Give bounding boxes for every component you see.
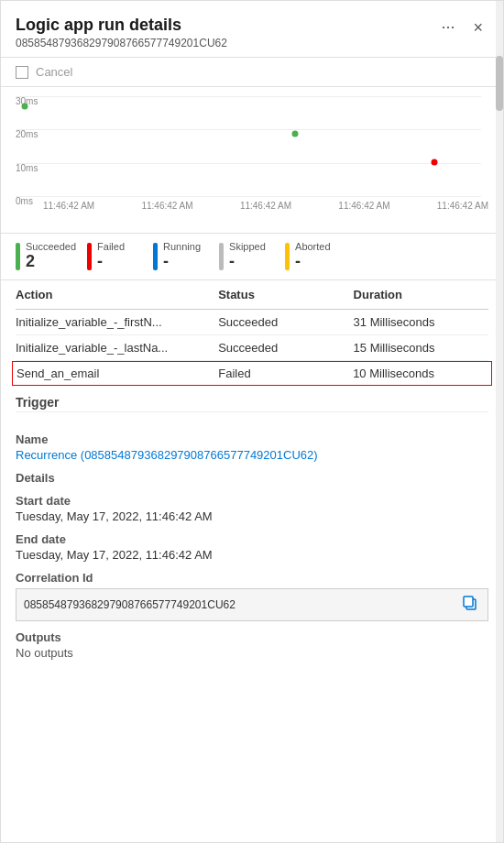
status-item-succeeded: Succeeded 2 <box>16 241 76 272</box>
status-info-succeeded: Succeeded 2 <box>26 241 76 272</box>
outputs-value: No outputs <box>16 646 488 660</box>
status-info-skipped: Skipped - <box>229 241 266 272</box>
info-section: Name Recurrence (08585487936829790876657… <box>1 412 503 660</box>
trigger-section: Trigger <box>1 389 503 412</box>
status-bar-aborted <box>285 243 290 270</box>
outputs-label: Outputs <box>16 630 488 644</box>
start-date-value: Tuesday, May 17, 2022, 11:46:42 AM <box>16 509 488 523</box>
end-date-label: End date <box>16 532 488 546</box>
status-bar-running <box>153 243 158 270</box>
status-bar-failed <box>87 243 92 270</box>
status-count-aborted: - <box>295 252 331 272</box>
status-info-running: Running - <box>163 241 201 272</box>
name-label: Name <box>16 432 488 446</box>
row2-action: Initialize_variable_-_lastNa... <box>16 341 218 355</box>
data-dot-1 <box>22 104 28 110</box>
table-row: Initialize_variable_-_lastNa... Succeede… <box>16 335 488 361</box>
scrollbar-track <box>496 1 503 842</box>
table-row: Initialize_variable_-_firstN... Succeede… <box>16 310 488 335</box>
status-count-failed: - <box>97 252 125 272</box>
status-count-running: - <box>163 252 201 272</box>
status-name-failed: Failed <box>97 241 125 252</box>
col-action: Action <box>16 288 218 301</box>
x-label-1: 11:46:42 AM <box>43 201 94 211</box>
status-bar-skipped <box>219 243 224 270</box>
status-info-failed: Failed - <box>97 241 125 272</box>
scrollbar-thumb[interactable] <box>496 56 503 111</box>
status-item-aborted: Aborted - <box>285 241 340 272</box>
table-header: Action Status Duration <box>16 280 488 310</box>
svg-rect-1 <box>464 597 473 607</box>
x-label-4: 11:46:42 AM <box>338 201 389 211</box>
col-duration: Duration <box>354 288 488 301</box>
start-date-label: Start date <box>16 494 488 508</box>
status-count-skipped: - <box>229 252 266 272</box>
row1-duration: 31 Milliseconds <box>354 315 488 329</box>
y-label-0: 0ms <box>16 196 41 206</box>
row3-action: Send_an_email <box>16 367 218 380</box>
table-row-failed: Send_an_email Failed 10 Milliseconds <box>12 361 492 386</box>
x-label-5: 11:46:42 AM <box>437 201 488 211</box>
status-item-skipped: Skipped - <box>219 241 274 272</box>
ellipsis-button[interactable]: ··· <box>435 16 460 38</box>
cancel-label: Cancel <box>36 65 72 79</box>
row2-status: Succeeded <box>218 341 353 355</box>
action-table: Action Status Duration Initialize_variab… <box>1 280 503 386</box>
header-text: Logic app run details 085854879368297908… <box>16 16 227 49</box>
x-label-3: 11:46:42 AM <box>240 201 291 211</box>
close-button[interactable]: × <box>467 17 488 38</box>
data-dot-3 <box>432 159 438 165</box>
cancel-checkbox[interactable] <box>16 66 28 79</box>
col-status: Status <box>218 288 353 301</box>
status-item-running: Running - <box>153 241 208 272</box>
end-date-value: Tuesday, May 17, 2022, 11:46:42 AM <box>16 548 488 562</box>
panel: Logic app run details 085854879368297908… <box>0 0 504 843</box>
row3-status: Failed <box>218 367 353 380</box>
data-dot-2 <box>291 130 298 137</box>
correlation-label: Correlation Id <box>16 571 488 585</box>
panel-subtitle: 085854879368297908766577749201CU62 <box>16 37 227 49</box>
cancel-section: Cancel <box>1 58 503 87</box>
recurrence-link[interactable]: Recurrence (0858548793682979087665777492… <box>16 448 318 462</box>
grid-line-top <box>16 96 481 97</box>
status-bar-section: Succeeded 2 Failed - Running - Skipped - <box>1 234 503 280</box>
x-label-2: 11:46:42 AM <box>141 201 192 211</box>
trigger-heading: Trigger <box>16 389 488 412</box>
row2-duration: 15 Milliseconds <box>354 341 488 355</box>
chart-section: 30ms 20ms 10ms 0ms 11:46:42 AM 11:46:42 … <box>1 87 503 234</box>
status-name-skipped: Skipped <box>229 241 266 252</box>
x-axis-labels: 11:46:42 AM 11:46:42 AM 11:46:42 AM 11:4… <box>43 201 488 211</box>
status-info-aborted: Aborted - <box>295 241 331 272</box>
panel-title: Logic app run details <box>16 16 227 35</box>
status-name-running: Running <box>163 241 201 252</box>
grid-line-mid2 <box>16 163 481 164</box>
status-name-succeeded: Succeeded <box>26 241 76 252</box>
status-name-aborted: Aborted <box>295 241 331 252</box>
grid-line-mid1 <box>16 129 481 130</box>
status-count-succeeded: 2 <box>26 252 76 272</box>
status-bar-succeeded <box>16 243 20 270</box>
row1-status: Succeeded <box>218 315 353 329</box>
header-actions: ··· × <box>435 16 488 38</box>
copy-button[interactable] <box>460 593 480 617</box>
correlation-field: 085854879368297908766577749201CU62 <box>16 588 488 621</box>
row1-action: Initialize_variable_-_firstN... <box>16 315 218 329</box>
panel-header: Logic app run details 085854879368297908… <box>1 1 503 58</box>
correlation-value: 085854879368297908766577749201CU62 <box>24 598 453 611</box>
status-item-failed: Failed - <box>87 241 142 272</box>
grid-line-bottom <box>16 196 481 197</box>
details-label: Details <box>16 471 488 485</box>
row3-duration: 10 Milliseconds <box>353 367 488 380</box>
